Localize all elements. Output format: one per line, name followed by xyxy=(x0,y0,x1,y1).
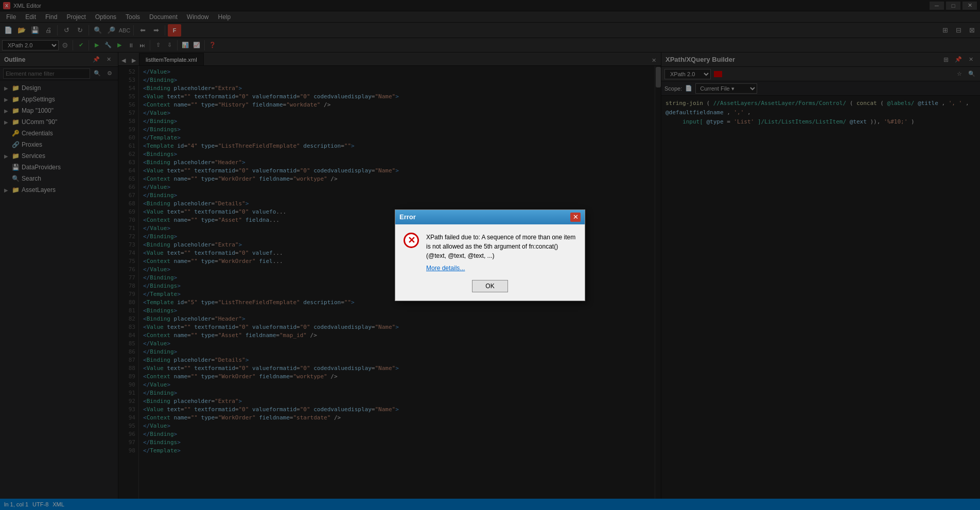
dialog-message: XPath failed due to: A sequence of more … xyxy=(426,233,576,260)
dialog-titlebar: Error ✕ xyxy=(395,210,585,224)
dialog-overlay: Error ✕ ✕ XPath failed due to: A sequenc… xyxy=(0,0,980,510)
dialog-footer: OK xyxy=(395,276,585,301)
dialog-message-area: XPath failed due to: A sequence of more … xyxy=(426,233,576,272)
dialog-body: ✕ XPath failed due to: A sequence of mor… xyxy=(395,224,585,276)
dialog-ok-button[interactable]: OK xyxy=(472,280,508,292)
error-dialog: Error ✕ ✕ XPath failed due to: A sequenc… xyxy=(395,209,585,301)
dialog-details-link[interactable]: More details... xyxy=(426,265,576,272)
dialog-close-button[interactable]: ✕ xyxy=(570,213,581,222)
dialog-title: Error xyxy=(399,213,416,221)
error-icon-container: ✕ xyxy=(404,233,420,249)
error-icon-circle: ✕ xyxy=(404,233,419,248)
